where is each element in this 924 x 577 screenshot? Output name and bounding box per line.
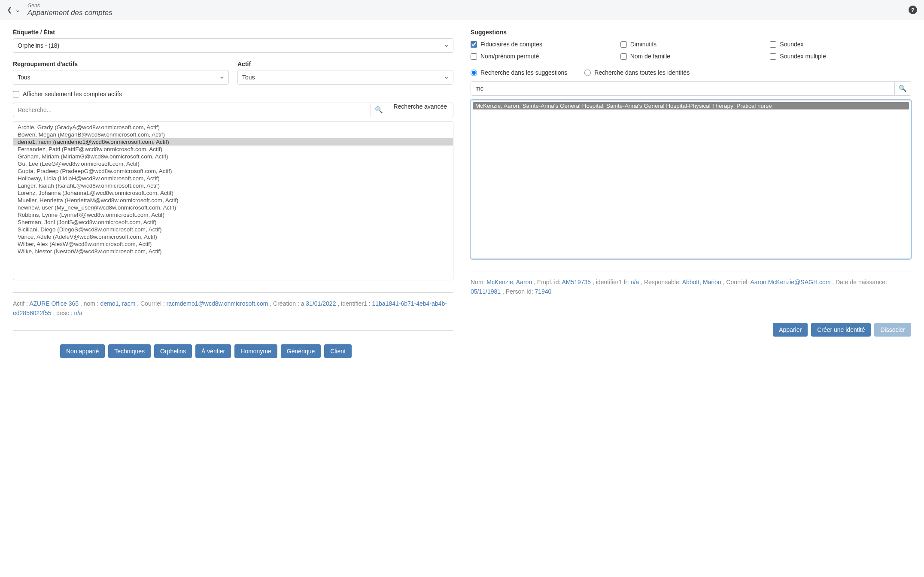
account-search-input[interactable]	[13, 103, 371, 117]
suggestion-option-label: Nom de famille	[630, 53, 670, 60]
suggestion-search-input[interactable]	[471, 81, 895, 96]
list-item[interactable]: Gu, Lee (LeeG@wcd8w.onmicrosoft.com, Act…	[13, 160, 453, 167]
tag-button[interactable]: Client	[324, 344, 352, 358]
list-item[interactable]: Bowen, Megan (MeganB@wcd8w.onmicrosoft.c…	[13, 131, 453, 138]
etiquette-select[interactable]: Orphelins - (18)	[13, 38, 453, 53]
suggestion-option-label: Fiduciaires de comptes	[480, 41, 542, 48]
list-item[interactable]: Lorenz, Johanna (JohannaL@wcd8w.onmicros…	[13, 189, 453, 197]
regroup-select[interactable]: Tous	[13, 70, 229, 85]
list-item[interactable]: Wilber, Alex (AlexW@wcd8w.onmicrosoft.co…	[13, 240, 453, 248]
advanced-search-button[interactable]: Recherche avancée	[387, 103, 453, 117]
list-item[interactable]: demo1, racm (racmdemo1@wcd8w.onmicrosoft…	[13, 138, 453, 146]
breadcrumb: Gens	[27, 3, 112, 9]
suggestion-item[interactable]: McKenzie, Aaron; Sainte-Anna's General H…	[473, 102, 909, 109]
search-suggestions-radio[interactable]	[471, 70, 477, 76]
creer-identite-button[interactable]: Créer une identité	[811, 323, 871, 337]
search-icon: 🔍	[375, 106, 383, 114]
apparier-button[interactable]: Apparier	[773, 323, 808, 337]
suggestions-label: Suggestions	[471, 29, 911, 36]
page-header: ❮ ⌄ Gens Appariement des comptes ?	[0, 0, 924, 20]
list-item[interactable]: Sherman, Joni (JoniS@wcd8w.onmicrosoft.c…	[13, 219, 453, 226]
actif-select[interactable]: Tous	[237, 70, 453, 85]
suggestion-search-button[interactable]: 🔍	[895, 81, 911, 96]
suggestion-option-checkbox[interactable]	[620, 41, 627, 48]
tag-button[interactable]: Techniques	[108, 344, 151, 358]
tag-button[interactable]: À vérifier	[195, 344, 231, 358]
suggestions-listbox[interactable]: McKenzie, Aaron; Sainte-Anna's General H…	[471, 100, 911, 259]
list-item[interactable]: Gupta, Pradeep (PradeepG@wcd8w.onmicroso…	[13, 167, 453, 175]
tag-button[interactable]: Orphelins	[154, 344, 192, 358]
tag-button[interactable]: Non apparié	[60, 344, 105, 358]
list-item[interactable]: Langer, Isaiah (IsaiahL@wcd8w.onmicrosof…	[13, 182, 453, 189]
tag-button[interactable]: Homonyme	[234, 344, 277, 358]
divider	[471, 309, 911, 309]
suggestion-option-checkbox[interactable]	[620, 53, 627, 60]
nav-down-icon[interactable]: ⌄	[15, 6, 21, 14]
suggestion-option-label: Diminutifs	[630, 41, 657, 48]
actif-label: Actif	[237, 61, 453, 67]
accounts-listbox[interactable]: Archie, Grady (GradyA@wcd8w.onmicrosoft.…	[13, 121, 453, 280]
list-item[interactable]: Graham, Miriam (MiriamG@wcd8w.onmicrosof…	[13, 153, 453, 160]
list-item[interactable]: Holloway, Lidia (LidiaH@wcd8w.onmicrosof…	[13, 175, 453, 182]
search-suggestions-label: Recherche dans les suggestions	[480, 69, 567, 76]
search-all-radio[interactable]	[584, 70, 591, 76]
search-all-label: Recherche dans toutes les identités	[594, 69, 690, 76]
right-column: Suggestions Fiduciaires de comptesDiminu…	[471, 29, 911, 358]
suggestion-option-label: Nom/prénom permuté	[480, 53, 539, 60]
list-item[interactable]: Archie, Grady (GradyA@wcd8w.onmicrosoft.…	[13, 124, 453, 131]
account-detail: Actif : AZURE Office 365 , nom : demo1, …	[13, 299, 453, 318]
list-item[interactable]: Robbins, Lynne (LynneR@wcd8w.onmicrosoft…	[13, 211, 453, 219]
page-title: Appariement des comptes	[27, 9, 112, 17]
divider	[13, 330, 453, 331]
suggestion-option-checkbox[interactable]	[770, 41, 776, 48]
suggestion-option-label: Soundex multiple	[780, 53, 826, 60]
tag-button[interactable]: Générique	[281, 344, 321, 358]
divider	[471, 271, 911, 271]
dissocier-button[interactable]: Dissocier	[874, 323, 911, 337]
left-column: Étiquette / État Orphelins - (18) Regrou…	[13, 29, 453, 358]
list-item[interactable]: Mueller, Henrietta (HenriettaM@wcd8w.onm…	[13, 197, 453, 204]
list-item[interactable]: Wilke, Nestor (NestorW@wcd8w.onmicrosoft…	[13, 248, 453, 255]
list-item[interactable]: Vance, Adele (AdeleV@wcd8w.onmicrosoft.c…	[13, 233, 453, 240]
list-item[interactable]: newnew, user (My_new_user@wcd8w.onmicros…	[13, 204, 453, 211]
etiquette-label: Étiquette / État	[13, 29, 453, 36]
search-button[interactable]: 🔍	[371, 103, 387, 117]
list-item[interactable]: Fernandez, Patti (PattiF@wcd8w.onmicroso…	[13, 146, 453, 153]
nav-back-icon[interactable]: ❮	[7, 6, 12, 14]
identity-detail: Nom: McKenzie, Aaron , Empl. id: AM51973…	[471, 277, 911, 297]
regroup-label: Regroupement d'actifs	[13, 61, 229, 67]
suggestion-option-checkbox[interactable]	[770, 53, 776, 60]
help-icon[interactable]: ?	[909, 6, 917, 14]
list-item[interactable]: Siciliani, Diego (DiegoS@wcd8w.onmicroso…	[13, 226, 453, 233]
suggestion-option-checkbox[interactable]	[471, 41, 477, 48]
active-only-checkbox[interactable]	[13, 91, 19, 97]
action-buttons-row: Apparier Créer une identité Dissocier	[471, 323, 911, 337]
search-icon: 🔍	[899, 85, 907, 92]
suggestion-option-label: Soundex	[780, 41, 803, 48]
active-only-label: Afficher seulement les comptes actifs	[23, 91, 122, 97]
tag-buttons-row: Non appariéTechniquesOrphelinsÀ vérifier…	[13, 344, 453, 358]
divider	[13, 292, 453, 293]
suggestion-option-checkbox[interactable]	[471, 53, 477, 60]
